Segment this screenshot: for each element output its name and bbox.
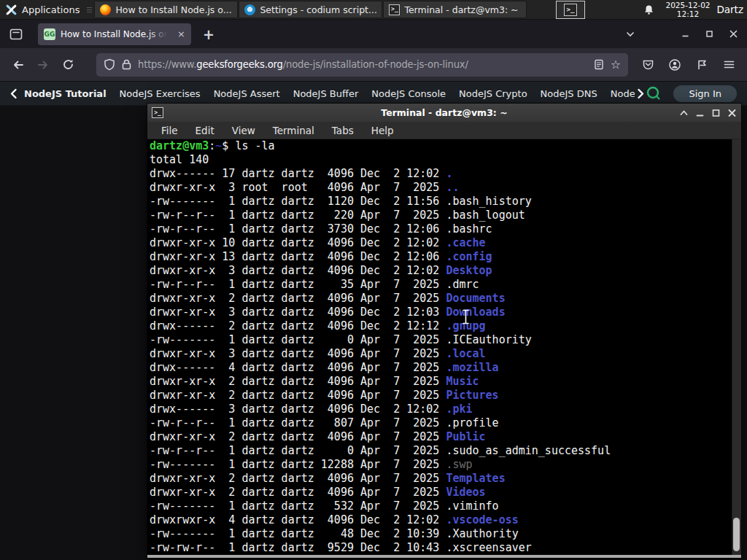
menu-file[interactable]: File [161, 125, 178, 136]
terminal-scrollbar[interactable] [732, 139, 741, 555]
file-meta: drwxr-xr-x 2 dartz dartz 4096 Apr 7 2025 [150, 389, 446, 402]
tab-bar: GG How to Install Node.js on × + [0, 20, 747, 48]
tracking-shield-icon[interactable] [104, 58, 115, 71]
file-meta: drwx------ 4 dartz dartz 4096 Apr 7 2025 [150, 361, 446, 374]
bookmark-star-icon[interactable]: ☆ [611, 58, 621, 71]
minimize-terminal-icon[interactable] [695, 109, 705, 117]
prompt-cwd: ~ [215, 139, 222, 152]
file-name: .mozilla [446, 361, 498, 374]
tab-title: How to Install Node.js on [61, 29, 167, 39]
terminal-menubar: FileEditViewTerminalTabsHelp [147, 122, 741, 139]
forward-button[interactable] [32, 54, 54, 76]
reader-mode-icon[interactable] [594, 59, 604, 70]
terminal-titlebar[interactable]: >_ Terminal - dartz@vm3: ~ [147, 104, 741, 122]
panel-username[interactable]: Dartz [716, 4, 743, 15]
file-meta: drwxr-xr-x 3 dartz dartz 4096 Dec 2 12:0… [150, 306, 446, 319]
browser-tab[interactable]: GG How to Install Node.js on × [38, 23, 191, 45]
panel-clock[interactable]: 2025-12-02 12:12 [662, 1, 713, 18]
close-window-icon[interactable] [729, 29, 738, 39]
file-meta: drwxr-xr-x 2 dartz dartz 4096 Apr 7 2025 [150, 472, 446, 485]
list-all-tabs-chevron-icon[interactable] [625, 29, 635, 39]
terminal-listing-line: drwxrwxr-x 4 dartz dartz 4096 Dec 2 12:0… [150, 513, 731, 527]
tab-close-icon[interactable]: × [177, 29, 185, 39]
file-meta: drwxr-xr-x 2 dartz dartz 4096 Apr 7 2025 [150, 486, 446, 499]
terminal-window-buttons [679, 109, 737, 117]
terminal-window-title: Terminal - dartz@vm3: ~ [147, 107, 741, 118]
gfg-nav-items: NodeJS TutorialNodeJS ExercisesNodeJS As… [24, 88, 635, 99]
file-name: .bash_logout [446, 209, 525, 222]
close-terminal-icon[interactable] [727, 109, 737, 117]
terminal-listing-line: drwxr-xr-x 2 dartz dartz 4096 Apr 7 2025… [150, 486, 731, 499]
nav-item[interactable]: NodeJS Crypto [459, 88, 527, 99]
url-domain: geeksforgeeks.org [196, 59, 283, 70]
terminal-listing-line: -rw-r--r-- 1 dartz dartz 220 Apr 7 2025 … [150, 209, 731, 222]
terminal-icon: >_ [389, 4, 400, 15]
extensions-icon[interactable] [691, 54, 713, 76]
nav-item[interactable]: NodeJS Assert [214, 88, 280, 99]
terminal-listing-line: drwxr-xr-x 2 dartz dartz 4096 Apr 7 2025… [150, 430, 731, 444]
nav-item[interactable]: Node [611, 88, 635, 99]
nav-item[interactable]: NodeJS Tutorial [24, 88, 107, 99]
file-name: .cache [446, 236, 485, 249]
terminal-listing-line: drwx------ 3 dartz dartz 4096 Dec 2 12:0… [150, 402, 731, 416]
command-text: ls -la [235, 139, 274, 152]
terminal-listing-line: -rw------- 1 dartz dartz 1120 Dec 2 11:5… [150, 195, 731, 209]
terminal-resize-edge[interactable] [147, 555, 741, 558]
maximize-terminal-icon[interactable] [711, 109, 721, 117]
file-name: .local [446, 347, 485, 360]
window-button-codium[interactable]: Settings - codium script... [239, 1, 382, 18]
terminal-total-line: total 140 [150, 153, 731, 167]
terminal-output: dartz@vm3:~$ ls -latotal 140drwx------ 1… [150, 139, 731, 555]
codium-icon [244, 4, 255, 15]
minimize-window-icon[interactable] [681, 29, 690, 39]
menu-terminal[interactable]: Terminal [273, 125, 314, 136]
terminal-listing-line: drwxr-xr-x 2 dartz dartz 4096 Apr 7 2025… [150, 375, 731, 389]
file-meta: -rw-rw-r-- 1 dartz dartz 9529 Dec 2 10:4… [150, 541, 446, 554]
nav-scroll-right-chevron-icon[interactable] [636, 88, 646, 99]
file-name: .swp [446, 458, 472, 471]
nav-scroll-left-chevron-icon[interactable] [9, 88, 18, 99]
notification-bell-icon[interactable] [643, 4, 654, 15]
app-menu-hamburger-icon[interactable] [718, 54, 740, 76]
firefox-view-icon[interactable] [9, 27, 23, 42]
menu-edit[interactable]: Edit [196, 125, 214, 136]
new-tab-button[interactable]: + [203, 26, 214, 42]
terminal-listing-line: -rw------- 1 dartz dartz 532 Apr 7 2025 … [150, 499, 731, 513]
reload-button[interactable] [57, 54, 79, 76]
save-to-pocket-icon[interactable] [637, 54, 659, 76]
account-icon[interactable] [664, 54, 686, 76]
nav-item[interactable]: NodeJS Buffer [293, 88, 359, 99]
window-button-terminal[interactable]: >_Terminal - dartz@vm3: ~ [383, 1, 527, 18]
file-meta: drwx------ 3 dartz dartz 4096 Dec 2 12:0… [150, 402, 446, 416]
terminal-listing-line: drwx------ 2 dartz dartz 4096 Dec 2 12:1… [150, 319, 731, 333]
tasklist-grip [87, 3, 92, 16]
terminal-listing-line: -rw-r--r-- 1 dartz dartz 807 Apr 7 2025 … [150, 416, 731, 430]
file-meta: drwx------ 17 dartz dartz 4096 Dec 2 12:… [150, 167, 446, 180]
sign-in-button[interactable]: Sign In [673, 85, 737, 102]
menu-tabs[interactable]: Tabs [332, 125, 354, 136]
shade-window-icon[interactable] [679, 109, 689, 117]
terminal-scrollbar-thumb[interactable] [733, 518, 740, 551]
terminal-listing-line: -rw-r--r-- 1 dartz dartz 35 Apr 7 2025 .… [150, 278, 731, 292]
lock-icon[interactable] [122, 59, 131, 70]
file-meta: -rw------- 1 dartz dartz 12288 Apr 7 202… [150, 458, 446, 471]
url-bar[interactable]: https://www.geeksforgeeks.org/node-js/in… [96, 53, 628, 77]
nav-item[interactable]: NodeJS Exercises [120, 88, 201, 99]
menu-help[interactable]: Help [371, 125, 394, 136]
file-name: Pictures [446, 389, 498, 402]
file-name: Videos [446, 486, 485, 499]
desktop: Applications How to Install Node.js o...… [0, 0, 747, 560]
applications-menu-button[interactable]: Applications [0, 0, 85, 20]
toolbar-right-icons [637, 54, 740, 76]
maximize-window-icon[interactable] [705, 29, 714, 39]
file-meta: -rw-r--r-- 1 dartz dartz 3730 Dec 2 12:0… [150, 222, 446, 236]
terminal-listing-line: -rw------- 1 dartz dartz 0 Apr 7 2025 .I… [150, 333, 731, 347]
nav-item[interactable]: NodeJS DNS [541, 88, 597, 99]
nav-item[interactable]: NodeJS Console [371, 88, 446, 99]
focused-terminal-launcher[interactable]: >_ [556, 1, 585, 19]
search-icon[interactable] [646, 85, 662, 101]
file-meta: -rw-r--r-- 1 dartz dartz 807 Apr 7 2025 [150, 416, 446, 429]
back-button[interactable] [7, 54, 29, 76]
menu-view[interactable]: View [232, 125, 255, 136]
window-button-firefox[interactable]: How to Install Node.js o... [94, 1, 238, 18]
